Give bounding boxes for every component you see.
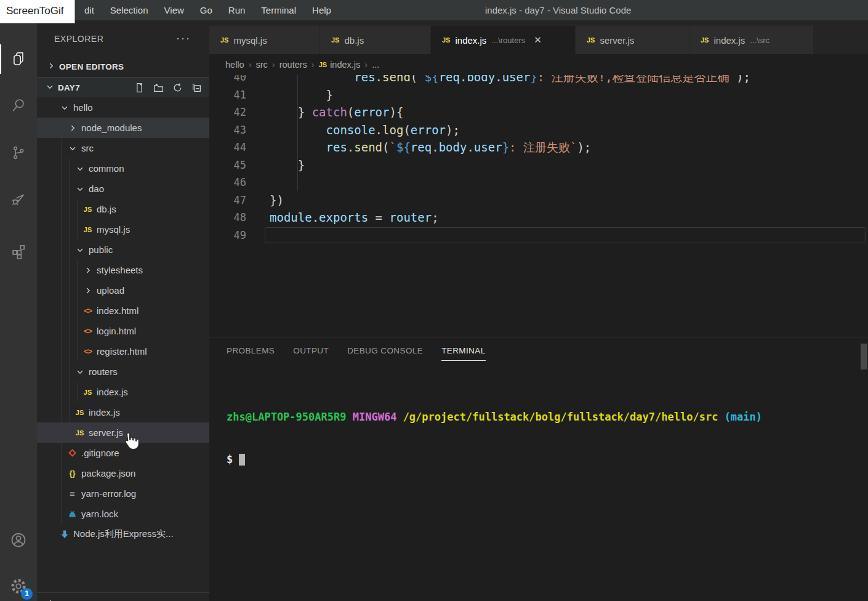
js-file-icon: JS bbox=[74, 407, 85, 417]
code-line[interactable]: 46 bbox=[209, 174, 868, 192]
explorer-icon[interactable] bbox=[0, 44, 37, 74]
tree-item-login-html[interactable]: <> login.html bbox=[37, 321, 209, 341]
tab-debug-console[interactable]: DEBUG CONSOLE bbox=[347, 346, 423, 361]
tree-item-register-html[interactable]: <> register.html bbox=[37, 341, 209, 361]
open-editors-label: OPEN EDITORS bbox=[59, 62, 124, 71]
tree-item-mysql-js[interactable]: JS mysql.js bbox=[37, 219, 209, 240]
tree-item-dao[interactable]: dao bbox=[37, 179, 209, 199]
activity-bar: 1 bbox=[0, 20, 37, 601]
breadcrumb: hello › src › routers › JS index.js › ..… bbox=[209, 54, 868, 75]
menu-terminal[interactable]: Terminal bbox=[253, 0, 304, 20]
code-line-current[interactable]: 49 bbox=[209, 227, 868, 244]
code-line[interactable]: 42 } catch(error){ bbox=[209, 103, 868, 121]
tree-item-nodejs-express-doc[interactable]: Node.js利用Express实... bbox=[37, 524, 209, 544]
tree-item-stylesheets[interactable]: stylesheets bbox=[37, 260, 209, 280]
bottom-panel: PROBLEMS OUTPUT DEBUG CONSOLE TERMINAL z… bbox=[209, 337, 868, 601]
tree-item-yarn-lock[interactable]: yarn.lock bbox=[37, 504, 209, 524]
tree-item-hello[interactable]: hello bbox=[37, 97, 209, 118]
tree-item-common[interactable]: common bbox=[37, 158, 209, 179]
tree-item-server-js[interactable]: JS server.js bbox=[37, 422, 209, 443]
code-line[interactable]: 43 console.log(error); bbox=[209, 121, 868, 139]
tab-index-js-src[interactable]: JS index.js ...\src bbox=[689, 26, 814, 54]
chevron-right-icon: › bbox=[249, 60, 252, 70]
tree-item-src-index-js[interactable]: JS index.js bbox=[37, 402, 209, 422]
code-line[interactable]: 47}) bbox=[209, 192, 868, 209]
title-bar: dit Selection View Go Run Terminal Help … bbox=[0, 0, 868, 20]
code-line[interactable]: 48module.exports = router; bbox=[209, 209, 868, 227]
tab-output[interactable]: OUTPUT bbox=[293, 346, 329, 361]
outline-section[interactable]: OUTLINE bbox=[37, 594, 209, 601]
breadcrumb-index-js[interactable]: index.js bbox=[330, 60, 360, 70]
code-line[interactable]: 40 res.send(`${req.body.user}: 注册失败!,检查登… bbox=[209, 75, 868, 86]
tree-item-db-js[interactable]: JS db.js bbox=[37, 199, 209, 219]
breadcrumb-hello[interactable]: hello bbox=[225, 60, 244, 70]
menu-view[interactable]: View bbox=[156, 0, 192, 20]
new-file-icon[interactable] bbox=[134, 83, 145, 93]
tab-mysql-js[interactable]: JS mysql.js bbox=[209, 26, 320, 54]
workspace-root-section[interactable]: DAY7 bbox=[37, 77, 209, 97]
search-icon[interactable] bbox=[0, 91, 37, 120]
chevron-right-icon: › bbox=[364, 60, 368, 70]
menu-edit[interactable]: dit bbox=[76, 0, 102, 20]
breadcrumb-src[interactable]: src bbox=[255, 60, 267, 70]
tree-item-routers-index-js[interactable]: JS index.js bbox=[37, 382, 209, 402]
window-title: index.js - day7 - Visual Studio Code bbox=[485, 0, 631, 20]
tree-item-yarn-error-log[interactable]: ≡ yarn-error.log bbox=[37, 483, 209, 504]
refresh-icon[interactable] bbox=[172, 83, 183, 93]
terminal[interactable]: zhs@LAPTOP-950AR5R9 MINGW64 /g/project/f… bbox=[227, 382, 868, 495]
chevron-right-icon bbox=[82, 285, 93, 296]
menu-go[interactable]: Go bbox=[192, 0, 220, 20]
new-folder-icon[interactable] bbox=[153, 83, 164, 93]
open-editors-section[interactable]: OPEN EDITORS bbox=[37, 57, 209, 77]
chevron-down-icon bbox=[74, 184, 85, 194]
terminal-prompt-line: zhs@LAPTOP-950AR5R9 MINGW64 /g/project/f… bbox=[227, 410, 868, 424]
explorer-sidebar: EXPLORER ··· OPEN EDITORS DAY7 bbox=[37, 20, 209, 601]
run-debug-icon[interactable] bbox=[0, 184, 37, 214]
tree-item-src[interactable]: src bbox=[37, 138, 209, 158]
tree-item-package-json[interactable]: {} package.json bbox=[37, 463, 209, 483]
html-file-icon: <> bbox=[82, 305, 93, 316]
breadcrumb-symbol-ellipsis[interactable]: ... bbox=[372, 60, 379, 70]
settings-gear-icon[interactable]: 1 bbox=[0, 571, 37, 601]
tree-item-upload[interactable]: upload bbox=[37, 280, 209, 300]
menu-selection[interactable]: Selection bbox=[102, 0, 156, 20]
chevron-down-icon bbox=[46, 83, 54, 93]
more-actions-icon[interactable]: ··· bbox=[176, 32, 191, 45]
terminal-input-line: $ bbox=[227, 453, 868, 467]
js-file-icon: JS bbox=[319, 61, 327, 68]
js-file-icon: JS bbox=[442, 36, 450, 44]
js-file-icon: JS bbox=[74, 427, 85, 438]
tab-problems[interactable]: PROBLEMS bbox=[227, 346, 275, 361]
tree-item-public[interactable]: public bbox=[37, 240, 209, 260]
chevron-right-icon bbox=[67, 123, 78, 133]
account-icon[interactable] bbox=[0, 525, 37, 555]
extensions-icon[interactable] bbox=[0, 236, 37, 266]
html-file-icon: <> bbox=[82, 326, 93, 336]
terminal-cursor bbox=[239, 454, 245, 466]
section-divider bbox=[37, 592, 209, 593]
tab-server-js[interactable]: JS server.js bbox=[576, 26, 689, 54]
panel-scrollbar[interactable] bbox=[861, 344, 867, 369]
tab-index-js-routers[interactable]: JS index.js ...\routers ✕ bbox=[431, 26, 576, 54]
code-editor[interactable]: 40 res.send(`${req.body.user}: 注册失败!,检查登… bbox=[209, 75, 868, 337]
tree-item-gitignore[interactable]: .gitignore bbox=[37, 443, 209, 463]
chevron-right-icon: › bbox=[311, 60, 315, 70]
code-line[interactable]: 41 } bbox=[209, 86, 868, 104]
tree-item-index-html[interactable]: <> index.html bbox=[37, 300, 209, 321]
js-file-icon: JS bbox=[82, 387, 93, 397]
code-line[interactable]: 45 } bbox=[209, 156, 868, 174]
menu-run[interactable]: Run bbox=[220, 0, 254, 20]
doc-arrow-icon bbox=[59, 529, 70, 539]
source-control-icon[interactable] bbox=[0, 138, 37, 167]
close-icon[interactable]: ✕ bbox=[534, 34, 542, 46]
code-line[interactable]: 44 res.send(`${req.body.user}: 注册失败`); bbox=[209, 139, 868, 156]
breadcrumb-routers[interactable]: routers bbox=[279, 60, 307, 70]
menu-help[interactable]: Help bbox=[304, 0, 339, 20]
collapse-all-icon[interactable] bbox=[191, 83, 202, 93]
screentogif-overlay-window[interactable]: ScreenToGif bbox=[0, 0, 75, 23]
js-file-icon: JS bbox=[220, 36, 228, 44]
tab-terminal[interactable]: TERMINAL bbox=[441, 346, 485, 361]
tab-db-js[interactable]: JS db.js bbox=[320, 26, 431, 54]
tree-item-routers[interactable]: routers bbox=[37, 361, 209, 382]
tree-item-node-modules[interactable]: node_modules bbox=[37, 118, 209, 138]
